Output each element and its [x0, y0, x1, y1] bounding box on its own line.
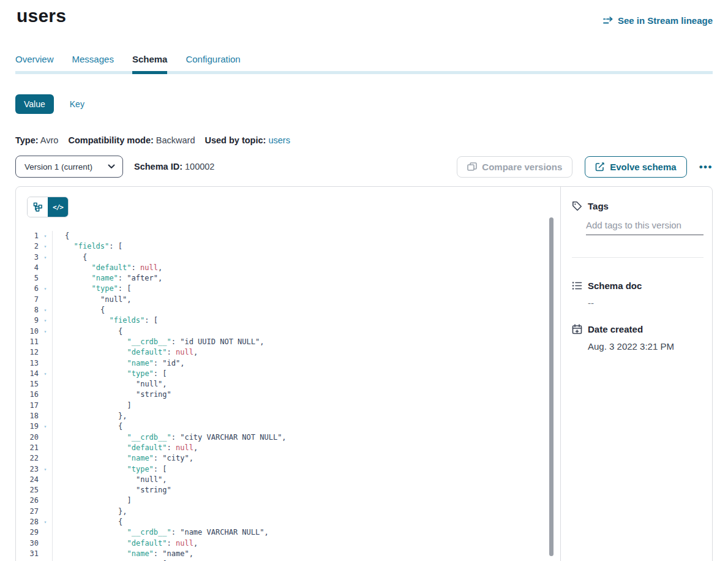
line-number: 18 — [16, 411, 39, 421]
code-text: "__crdb__": "name VARCHAR NULL", — [52, 527, 560, 538]
code-text: "name": "name", — [52, 549, 560, 559]
code-line: 9▾"fields": [ — [16, 315, 560, 326]
code-line: 31"name": "name", — [16, 549, 560, 559]
line-number: 21 — [16, 443, 39, 453]
code-text: "type": [ — [52, 284, 560, 294]
line-number: 30 — [16, 538, 39, 549]
code-line: 25"string" — [16, 485, 560, 495]
fold-toggle-icon[interactable]: ▾ — [39, 464, 52, 475]
line-number: 3 — [16, 252, 39, 263]
line-number: 20 — [16, 432, 39, 443]
tags-section-header: Tags — [572, 201, 704, 211]
tab-messages[interactable]: Messages — [72, 54, 114, 74]
topic-link[interactable]: users — [268, 135, 290, 145]
line-number: 31 — [16, 549, 39, 559]
tree-view-icon — [33, 202, 43, 212]
code-line: 13"name": "id", — [16, 358, 560, 369]
fold-toggle-icon[interactable]: ▾ — [39, 252, 52, 263]
code-text: "name": "id", — [52, 358, 560, 369]
evolve-schema-label: Evolve schema — [610, 162, 676, 172]
line-number: 12 — [16, 347, 39, 358]
code-text: "null", — [52, 379, 560, 390]
schema-controls: Version 1 (current) Schema ID: 100002 Co… — [15, 156, 713, 178]
fold-spacer — [39, 263, 52, 273]
code-line: 30"default": null, — [16, 538, 560, 549]
version-select[interactable]: Version 1 (current) — [15, 156, 123, 178]
code-text: "__crdb__": "city VARCHAR NOT NULL", — [52, 432, 560, 443]
fold-spacer — [39, 549, 52, 559]
fold-toggle-icon[interactable]: ▾ — [39, 326, 52, 337]
code-scrollbar[interactable] — [549, 217, 554, 556]
code-view-icon: </> — [53, 203, 63, 211]
schema-id-value: 100002 — [185, 162, 214, 171]
version-select-value: Version 1 (current) — [24, 162, 92, 171]
more-options-button[interactable]: ••• — [699, 162, 713, 172]
tab-bar: OverviewMessagesSchemaConfiguration — [15, 54, 713, 74]
code-text: }, — [52, 411, 560, 421]
fold-spacer — [39, 495, 52, 506]
code-line: 17] — [16, 401, 560, 411]
code-line: 16"string" — [16, 390, 560, 400]
code-text: "fields": [ — [52, 241, 560, 252]
add-tags-input[interactable] — [586, 219, 704, 235]
fold-toggle-icon[interactable]: ▾ — [39, 241, 52, 252]
line-number: 4 — [16, 263, 39, 273]
schema-code-panel: </> 1▾{2▾"fields": [3▾{4"default": null,… — [16, 187, 561, 561]
code-text: { — [52, 305, 560, 315]
code-text: "__crdb__": "id UUID NOT NULL", — [52, 337, 560, 347]
line-number: 19 — [16, 421, 39, 432]
view-toggle: </> — [27, 197, 69, 217]
compare-versions-button[interactable]: Compare versions — [457, 156, 572, 178]
line-number: 9 — [16, 315, 39, 326]
code-line: 6▾"type": [ — [16, 284, 560, 294]
fold-toggle-icon[interactable]: ▾ — [39, 517, 52, 527]
fold-toggle-icon[interactable]: ▾ — [39, 421, 52, 432]
schema-page: users See in Stream lineage OverviewMess… — [0, 6, 728, 561]
line-number: 8 — [16, 305, 39, 315]
evolve-schema-button[interactable]: Evolve schema — [585, 156, 686, 178]
code-line: 22"name": "city", — [16, 453, 560, 464]
line-number: 27 — [16, 506, 39, 517]
stream-lineage-link[interactable]: See in Stream lineage — [603, 15, 713, 26]
fold-spacer — [39, 527, 52, 538]
compare-versions-label: Compare versions — [482, 162, 562, 172]
code-line: 21"default": null, — [16, 443, 560, 453]
code-text: { — [52, 231, 560, 241]
fold-toggle-icon[interactable]: ▾ — [39, 305, 52, 315]
fold-toggle-icon[interactable]: ▾ — [39, 231, 52, 241]
tab-configuration[interactable]: Configuration — [186, 54, 240, 74]
compatibility-value: Backward — [156, 135, 195, 145]
code-text: }, — [52, 506, 560, 517]
fold-toggle-icon[interactable]: ▾ — [39, 284, 52, 294]
fold-spacer — [39, 358, 52, 369]
calendar-plus-icon — [572, 324, 582, 334]
schema-id: Schema ID: 100002 — [134, 162, 214, 171]
tab-schema[interactable]: Schema — [132, 54, 168, 74]
value-tab-button[interactable]: Value — [15, 94, 54, 114]
fold-toggle-icon[interactable]: ▾ — [39, 315, 52, 326]
controls-right: Compare versions Evolve schema ••• — [457, 156, 713, 178]
schema-card: </> 1▾{2▾"fields": [3▾{4"default": null,… — [15, 186, 713, 561]
fold-spacer — [39, 379, 52, 390]
fold-spacer — [39, 453, 52, 464]
chevron-down-icon — [108, 164, 115, 169]
code-line: 8▾{ — [16, 305, 560, 315]
compatibility-label: Compatibility mode: — [68, 135, 153, 145]
line-number: 16 — [16, 390, 39, 400]
fold-toggle-icon[interactable]: ▾ — [39, 369, 52, 379]
key-tab-button[interactable]: Key — [70, 99, 84, 109]
fold-spacer — [39, 295, 52, 305]
tree-view-button[interactable] — [28, 197, 48, 217]
code-text: "default": null, — [52, 263, 560, 273]
code-line: 1▾{ — [16, 231, 560, 241]
code-line: 27}, — [16, 506, 560, 517]
line-number: 7 — [16, 295, 39, 305]
fold-spacer — [39, 475, 52, 485]
tab-overview[interactable]: Overview — [15, 54, 54, 74]
date-created-section-header: Date created — [572, 324, 704, 334]
sidebar-divider — [572, 257, 704, 258]
value-key-toggle: Value Key — [15, 94, 713, 114]
code-view-button[interactable]: </> — [48, 197, 68, 217]
code-lines: 1▾{2▾"fields": [3▾{4"default": null,5"na… — [16, 231, 560, 561]
code-line: 15"null", — [16, 379, 560, 390]
